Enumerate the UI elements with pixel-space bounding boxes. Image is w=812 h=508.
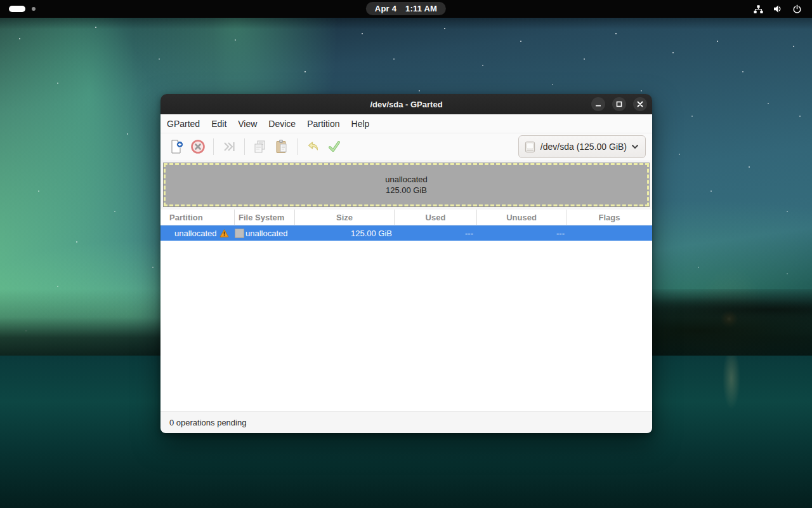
delete-icon <box>190 138 206 155</box>
titlebar[interactable]: /dev/sda - GParted <box>160 94 652 114</box>
hard-drive-icon <box>524 141 536 153</box>
row-used: --- <box>395 225 477 241</box>
toolbar-separator <box>244 138 245 155</box>
power-icon[interactable] <box>792 4 802 15</box>
light-reflection <box>709 356 754 432</box>
gparted-window: /dev/sda - GParted GParted Edit View <box>160 94 652 433</box>
operations-pending-label: 0 operations pending <box>169 418 246 427</box>
close-button[interactable] <box>633 97 647 111</box>
visual-partition-size: 125.00 GiB <box>386 185 427 196</box>
undo-icon <box>304 138 321 155</box>
volume-icon[interactable] <box>772 3 783 15</box>
row-filesystem-label: unallocated <box>246 229 288 238</box>
unallocated-partition-visual[interactable]: unallocated 125.00 GiB <box>164 163 649 206</box>
column-header-file-system[interactable]: File System <box>235 210 295 225</box>
resize-move-button[interactable] <box>218 136 240 157</box>
table-row-unallocated[interactable]: unallocated unallocated 125.00 GiB --- -… <box>160 225 652 241</box>
column-header-size[interactable]: Size <box>295 210 395 225</box>
new-partition-button[interactable] <box>166 136 187 157</box>
inactive-workspace-dot[interactable] <box>32 7 36 11</box>
window-title: /dev/sda - GParted <box>160 100 652 109</box>
quick-settings[interactable] <box>753 0 812 18</box>
menu-view[interactable]: View <box>232 114 263 133</box>
close-icon <box>637 101 643 107</box>
row-flags <box>566 225 652 241</box>
menu-device[interactable]: Device <box>263 114 301 133</box>
statusbar: 0 operations pending <box>160 411 652 433</box>
column-header-flags[interactable]: Flags <box>566 210 652 225</box>
maximize-icon <box>616 101 622 107</box>
row-unused: --- <box>477 225 566 241</box>
copy-icon <box>252 138 268 155</box>
maximize-button[interactable] <box>612 97 626 111</box>
workspace-indicator[interactable] <box>0 6 36 12</box>
paste-icon <box>273 138 290 155</box>
minimize-button[interactable] <box>591 97 605 111</box>
row-partition-label: unallocated <box>174 229 217 238</box>
apply-button[interactable] <box>324 136 345 157</box>
paste-button[interactable] <box>271 136 292 157</box>
toolbar-separator <box>297 138 298 155</box>
menu-gparted[interactable]: GParted <box>161 114 206 133</box>
active-workspace-pill[interactable] <box>9 6 25 12</box>
device-selector-label: /dev/sda (125.00 GiB) <box>540 142 627 152</box>
menu-partition[interactable]: Partition <box>301 114 345 133</box>
column-header-unused[interactable]: Unused <box>477 210 566 225</box>
undo-button[interactable] <box>302 136 324 157</box>
delete-partition-button[interactable] <box>187 136 209 157</box>
column-header-used[interactable]: Used <box>395 210 477 225</box>
minimize-icon <box>595 101 601 107</box>
warning-icon <box>219 229 229 238</box>
clock-button[interactable]: Apr 4 1:11 AM <box>366 2 446 15</box>
menu-edit[interactable]: Edit <box>206 114 232 133</box>
time-label: 1:11 AM <box>405 4 437 13</box>
chevron-down-icon <box>631 143 639 150</box>
document-new-icon <box>168 138 185 155</box>
row-size: 125.00 GiB <box>295 225 395 241</box>
menubar: GParted Edit View Device Partition Help <box>160 114 652 133</box>
apply-check-icon <box>326 138 343 155</box>
toolbar: /dev/sda (125.00 GiB) <box>160 133 652 160</box>
filesystem-color-swatch <box>235 229 244 238</box>
partition-table: Partition File System Size Used Unused F… <box>160 210 652 411</box>
device-visual-frame: unallocated 125.00 GiB <box>160 160 652 210</box>
column-header-partition[interactable]: Partition <box>160 210 235 225</box>
toolbar-separator <box>213 138 214 155</box>
table-header: Partition File System Size Used Unused F… <box>160 210 652 225</box>
copy-button[interactable] <box>249 136 271 157</box>
visual-partition-label: unallocated <box>385 174 428 185</box>
menu-help[interactable]: Help <box>346 114 376 133</box>
resize-move-icon <box>221 138 237 155</box>
gnome-top-bar: Apr 4 1:11 AM <box>0 0 812 18</box>
network-wired-icon[interactable] <box>753 4 764 15</box>
device-selector[interactable]: /dev/sda (125.00 GiB) <box>518 135 646 158</box>
date-label: Apr 4 <box>375 4 396 13</box>
